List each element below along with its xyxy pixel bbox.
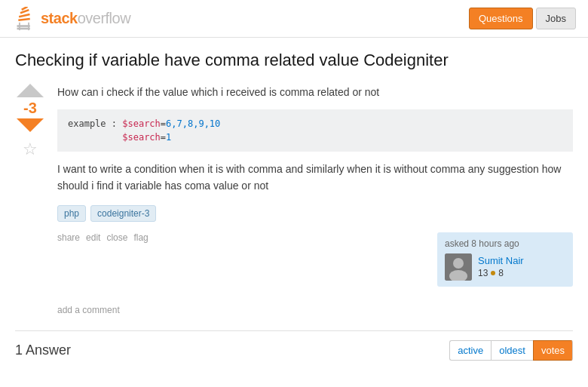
- user-card: asked 8 hours ago Sumit Nair: [437, 232, 573, 287]
- site-header: stackoverflow Questions Jobs: [0, 0, 588, 38]
- question-container: -3 ☆ How can i check if the value which …: [15, 84, 573, 296]
- flag-link[interactable]: flag: [133, 232, 148, 243]
- code-line1: example : $search=6,7,8,9,10: [68, 118, 220, 129]
- rep-dot-icon: [491, 271, 495, 275]
- sort-oldest-button[interactable]: oldest: [491, 340, 533, 361]
- code-line2: $search=1: [68, 132, 171, 143]
- header-nav: Questions Jobs: [469, 8, 576, 29]
- tag-codeigniter[interactable]: codeigniter-3: [90, 205, 156, 222]
- rep-badge: 8: [498, 268, 504, 278]
- asked-label: asked 8 hours ago: [445, 238, 565, 249]
- user-avatar: [445, 253, 472, 281]
- edit-link[interactable]: edit: [86, 232, 100, 243]
- svg-point-9: [453, 258, 464, 269]
- user-info-text: Sumit Nair 13 8: [478, 255, 524, 278]
- question-body-text: I want to write a condition when it is w…: [57, 161, 573, 195]
- vote-column: -3 ☆: [15, 84, 45, 296]
- vote-down-button[interactable]: [17, 118, 44, 132]
- svg-rect-2: [19, 22, 20, 29]
- action-links: share edit close flag: [57, 232, 149, 243]
- rep-score: 13: [478, 268, 488, 278]
- vote-count: -3: [23, 99, 37, 117]
- answer-sort-buttons: active oldest votes: [445, 340, 573, 361]
- logo-text: stackoverflow: [41, 10, 130, 27]
- question-body: How can i check if the value which i rec…: [57, 84, 573, 296]
- user-card-info: Sumit Nair 13 8: [445, 253, 565, 281]
- main-content: Checking if variable have comma related …: [0, 38, 588, 373]
- sort-active-button[interactable]: active: [449, 340, 491, 361]
- question-intro-text: How can i check if the value which i rec…: [57, 84, 573, 100]
- svg-rect-5: [19, 13, 30, 17]
- tag-php[interactable]: php: [57, 205, 86, 222]
- so-logo-icon: [12, 7, 36, 31]
- tags-container: php codeigniter-3: [57, 205, 573, 222]
- user-name[interactable]: Sumit Nair: [478, 255, 524, 266]
- answers-header: 1 Answer active oldest votes: [15, 340, 573, 361]
- jobs-nav-button[interactable]: Jobs: [536, 8, 576, 29]
- close-link[interactable]: close: [106, 232, 127, 243]
- answers-count-title: 1 Answer: [15, 342, 71, 358]
- question-title: Checking if variable have comma related …: [15, 50, 573, 72]
- code-block: example : $search=6,7,8,9,10 $search=1: [57, 109, 573, 152]
- post-actions: share edit close flag asked 8 hours ago: [57, 232, 573, 287]
- questions-nav-button[interactable]: Questions: [469, 8, 533, 29]
- share-link[interactable]: share: [57, 232, 80, 243]
- add-comment-link[interactable]: add a comment: [57, 305, 573, 315]
- divider: [15, 330, 573, 331]
- user-rep: 13 8: [478, 268, 524, 278]
- logo-area: stackoverflow: [12, 7, 130, 31]
- sort-votes-button[interactable]: votes: [533, 340, 573, 361]
- svg-rect-4: [18, 17, 30, 20]
- svg-rect-3: [28, 22, 29, 29]
- vote-up-button[interactable]: [17, 84, 44, 97]
- favorite-star-icon[interactable]: ☆: [23, 140, 38, 159]
- svg-rect-6: [20, 8, 29, 14]
